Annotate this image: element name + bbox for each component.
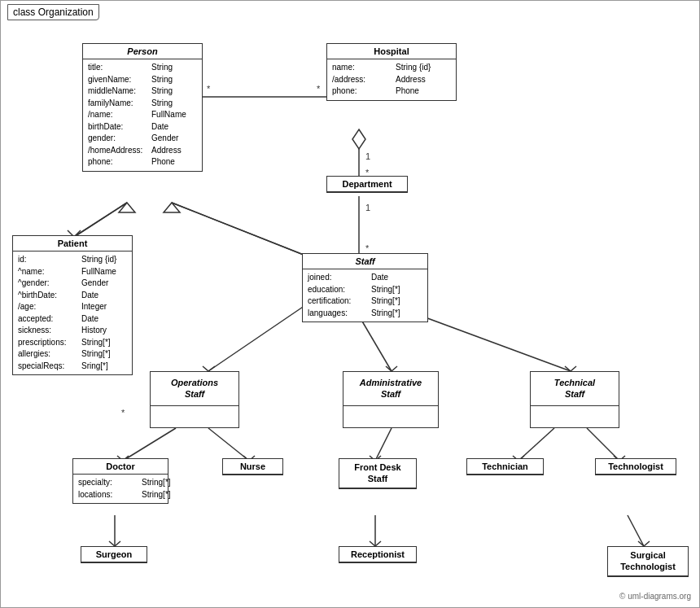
hospital-title: Hospital [327,44,456,59]
svg-marker-24 [119,203,135,212]
front-desk-staff-class: Front DeskStaff [339,458,417,489]
staff-attrs: joined:Date education:String[*] certific… [303,269,427,321]
department-class: Department [326,176,408,193]
surgeon-title: Surgeon [81,547,147,562]
technician-class: Technician [466,458,544,475]
administrative-staff-title: AdministrativeStaff [343,372,438,406]
administrative-staff-class: AdministrativeStaff [343,371,439,428]
svg-line-0 [74,203,127,237]
svg-text:*: * [317,84,321,94]
operations-staff-class: OperationsStaff [150,371,239,428]
patient-class: Patient id:String {id} ^name:FullName ^g… [12,235,133,375]
staff-class: Staff joined:Date education:String[*] ce… [302,253,428,322]
technologist-class: Technologist [595,458,676,475]
svg-text:1: 1 [365,151,370,161]
svg-text:*: * [121,408,125,418]
technical-staff-title: TechnicalStaff [531,372,619,406]
technologist-title: Technologist [596,459,676,475]
doctor-attrs: specialty:String[*] locations:String[*] [73,475,168,503]
patient-attrs: id:String {id} ^name:FullName ^gender:Ge… [13,252,132,374]
diagram-title: class Organization [7,4,99,20]
copyright: © uml-diagrams.org [619,592,691,601]
receptionist-class: Receptionist [339,546,417,563]
technician-title: Technician [467,459,543,475]
svg-text:1: 1 [365,203,370,212]
surgeon-class: Surgeon [81,546,147,563]
person-class: Person title:String givenName:String mid… [82,43,203,172]
svg-line-17 [375,428,392,461]
svg-marker-3 [352,129,365,149]
svg-line-16 [208,428,249,461]
svg-line-18 [518,428,554,461]
nurse-title: Nurse [223,459,282,475]
surgical-technologist-title: SurgicalTechnologist [608,547,688,576]
surgical-technologist-class: SurgicalTechnologist [607,546,689,577]
doctor-title: Doctor [73,459,168,475]
doctor-class: Doctor specialty:String[*] locations:Str… [72,458,168,504]
front-desk-staff-title: Front DeskStaff [339,459,416,488]
receptionist-title: Receptionist [339,547,416,562]
svg-line-15 [123,428,176,461]
operations-staff-title: OperationsStaff [151,372,238,406]
department-title: Department [327,177,407,192]
person-attrs: title:String givenName:String middleName… [83,59,202,171]
svg-text:*: * [207,84,211,94]
nurse-class: Nurse [222,458,283,475]
hospital-class: Hospital name:String {id} /address:Addre… [326,43,457,101]
uml-diagram: class Organization 1 * 1 * * * [0,0,700,608]
svg-marker-26 [164,203,180,212]
svg-line-22 [628,515,644,546]
person-title: Person [83,44,202,59]
technical-staff-class: TechnicalStaff [530,371,619,428]
svg-line-23 [74,203,127,237]
svg-line-19 [587,428,619,461]
patient-title: Patient [13,236,132,252]
hospital-attrs: name:String {id} /address:Address phone:… [327,59,456,100]
staff-title: Staff [303,254,427,269]
svg-text:*: * [365,243,370,253]
svg-line-12 [208,302,310,371]
